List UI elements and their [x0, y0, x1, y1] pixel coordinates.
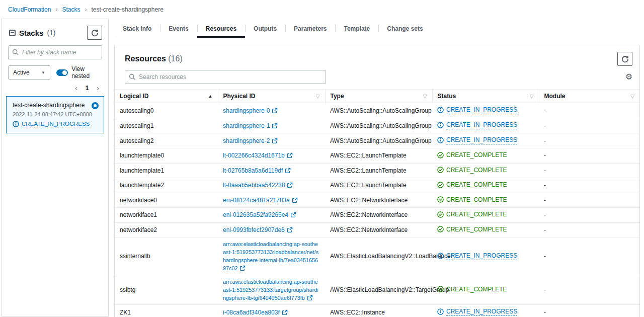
- external-link-icon: [272, 108, 278, 114]
- tab-parameters[interactable]: Parameters: [285, 19, 335, 38]
- type-cell: AWS::EC2::LaunchTemplate: [325, 178, 432, 193]
- filter-caret-icon: ▽: [530, 94, 534, 99]
- status-badge[interactable]: CREATE_IN_PROGRESS: [437, 121, 517, 129]
- tab-events[interactable]: Events: [160, 19, 197, 38]
- module-cell: -: [539, 118, 639, 133]
- type-cell: AWS::ElasticLoadBalancingV2::LoadBalance…: [325, 237, 432, 275]
- status-label: CREATE_IN_PROGRESS: [446, 121, 517, 129]
- physical-id-cell: eni-0993fbfecf2907de6: [218, 222, 325, 237]
- external-link-icon: [272, 138, 278, 144]
- resource-row: networkiface0eni-08124ca481a21783aAWS::E…: [115, 193, 639, 208]
- stack-status-filter-select[interactable]: Active ▼: [8, 65, 50, 80]
- status-badge[interactable]: CREATE_IN_PROGRESS: [437, 136, 517, 144]
- stack-filter: [8, 45, 102, 59]
- breadcrumb-link-cloudformation[interactable]: CloudFormation: [8, 6, 51, 13]
- module-cell: -: [539, 222, 639, 237]
- status-badge[interactable]: CREATE_IN_PROGRESS: [437, 307, 517, 316]
- tab-stack-info[interactable]: Stack info: [114, 19, 160, 38]
- status-in-progress-icon: [437, 107, 444, 113]
- physical-id-cell: arn:aws:elasticloadbalancing:ap-southeas…: [218, 275, 325, 305]
- pagination-prev-icon[interactable]: ‹: [75, 84, 77, 92]
- column-header-module[interactable]: Module▽: [539, 90, 639, 103]
- sort-ascending-icon: ▲: [208, 94, 213, 99]
- filter-caret-icon: ▽: [316, 94, 320, 99]
- status-badge: CREATE_COMPLETE: [437, 285, 507, 293]
- pagination-next-icon[interactable]: ›: [97, 84, 99, 92]
- physical-id-link[interactable]: eni-012635a52fa9265e4: [223, 211, 296, 218]
- tab-template[interactable]: Template: [335, 19, 378, 38]
- refresh-icon: [91, 29, 99, 37]
- physical-id-link[interactable]: lt-002266c4324d1671b: [223, 152, 293, 159]
- stack-card[interactable]: test-create-shardingsphere 2022-11-24 08…: [6, 96, 104, 133]
- status-in-progress-icon: [437, 253, 444, 259]
- stack-filter-input[interactable]: [8, 45, 102, 59]
- column-header-logical-id[interactable]: Logical ID▲: [115, 90, 218, 103]
- pagination-page-1[interactable]: 1: [86, 85, 89, 92]
- column-label: Type: [331, 93, 344, 100]
- logical-id-cell: launchtemplate2: [115, 178, 218, 193]
- breadcrumb-current: test-create-shardingsphere: [91, 6, 163, 13]
- stack-status-badge[interactable]: CREATE_IN_PROGRESS: [13, 121, 98, 127]
- type-cell: AWS::EC2::NetworkInterface: [325, 222, 432, 237]
- status-badge[interactable]: CREATE_IN_PROGRESS: [437, 106, 517, 114]
- tab-label: Template: [344, 25, 370, 32]
- external-link-icon: [282, 309, 288, 315]
- resources-panel: Resources (16) ⚙: [114, 45, 640, 317]
- column-header-physical-id[interactable]: Physical ID▽: [218, 90, 325, 103]
- physical-id-link[interactable]: arn:aws:elasticloadbalancing:ap-southeas…: [223, 279, 318, 301]
- module-cell: -: [539, 103, 639, 118]
- physical-id-cell: eni-012635a52fa9265e4: [218, 208, 325, 223]
- sidebar-title-text: Stacks: [19, 29, 43, 37]
- column-header-status[interactable]: Status▽: [432, 90, 539, 103]
- status-badge: CREATE_COMPLETE: [437, 181, 507, 189]
- physical-id-link[interactable]: eni-0993fbfecf2907de6: [223, 226, 293, 233]
- collapse-panel-icon[interactable]: [9, 30, 16, 36]
- physical-id-link[interactable]: lt-02765b8a5a6d119df: [223, 167, 291, 174]
- resource-row: autoscaling1shardingsphere-1AWS::AutoSca…: [115, 118, 639, 133]
- column-label: Module: [544, 93, 566, 100]
- external-link-icon: [290, 212, 296, 218]
- status-in-progress-icon: [13, 121, 19, 127]
- tab-outputs[interactable]: Outputs: [245, 19, 285, 38]
- settings-gear-icon[interactable]: ⚙: [625, 73, 632, 81]
- view-nested-control[interactable]: View nested: [56, 65, 102, 80]
- physical-id-link[interactable]: eni-08124ca481a21783a: [223, 197, 298, 204]
- resources-search-input[interactable]: [125, 70, 326, 84]
- resources-search: [125, 70, 326, 84]
- stack-radio[interactable]: [92, 102, 99, 109]
- status-label: CREATE_COMPLETE: [446, 285, 507, 293]
- type-cell: AWS::EC2::NetworkInterface: [325, 193, 432, 208]
- breadcrumb: CloudFormation › Stacks › test-create-sh…: [0, 0, 644, 19]
- breadcrumb-link-stacks[interactable]: Stacks: [62, 6, 80, 13]
- tab-resources[interactable]: Resources: [197, 19, 245, 38]
- status-cell: CREATE_IN_PROGRESS: [432, 305, 539, 317]
- physical-id-link[interactable]: shardingsphere-0: [223, 107, 278, 114]
- type-cell: AWS::EC2::LaunchTemplate: [325, 148, 432, 164]
- view-nested-toggle[interactable]: [56, 69, 68, 76]
- resources-refresh-button[interactable]: [617, 52, 632, 66]
- status-cell: CREATE_COMPLETE: [432, 163, 539, 178]
- external-link-icon: [287, 182, 293, 188]
- status-label: CREATE_COMPLETE: [446, 181, 507, 189]
- status-complete-icon: [437, 211, 444, 218]
- physical-id-link[interactable]: shardingsphere-1: [223, 122, 278, 129]
- resources-title: Resources (16): [125, 54, 183, 63]
- status-complete-icon: [437, 286, 444, 292]
- module-cell: -: [539, 148, 639, 164]
- type-cell: AWS::AutoScaling::AutoScalingGroup: [325, 103, 432, 118]
- tab-change-sets[interactable]: Change sets: [378, 19, 431, 38]
- stacks-refresh-button[interactable]: [87, 26, 102, 40]
- resource-row: launchtemplate1lt-02765b8a5a6d119dfAWS::…: [115, 163, 639, 178]
- status-label: CREATE_COMPLETE: [446, 166, 507, 174]
- physical-id-link[interactable]: arn:aws:elasticloadbalancing:ap-southeas…: [223, 241, 318, 271]
- sidebar-header: Stacks (1): [2, 19, 108, 44]
- status-badge[interactable]: CREATE_IN_PROGRESS: [437, 252, 517, 260]
- physical-id-link[interactable]: i-08ca6adf340ea803f: [223, 309, 288, 316]
- status-cell: CREATE_IN_PROGRESS: [432, 237, 539, 275]
- module-cell: -: [539, 163, 639, 178]
- physical-id-link[interactable]: shardingsphere-2: [223, 137, 278, 144]
- physical-id-link[interactable]: lt-0aaab5ebbaa542238: [223, 182, 293, 189]
- logical-id-cell: ssinternallb: [115, 237, 218, 275]
- status-cell: CREATE_IN_PROGRESS: [432, 118, 539, 133]
- column-header-type[interactable]: Type▽: [325, 90, 432, 103]
